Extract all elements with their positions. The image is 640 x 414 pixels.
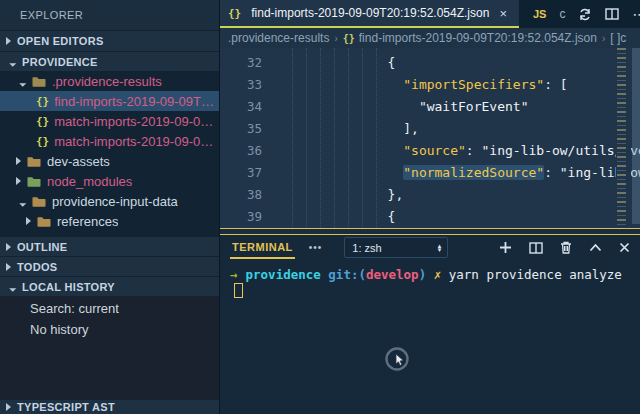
section-label: PROVIDENCE (22, 56, 98, 68)
folder-icon (37, 215, 51, 227)
tree-item-find-imports-2019-09-09t20-[interactable]: {}find-imports-2019-09-09T20... (0, 91, 219, 111)
line-text: "source": "ing-lib-ow/utils/eve (278, 140, 640, 162)
kill-terminal-icon[interactable] (560, 241, 572, 254)
chevron-right-icon (16, 157, 21, 165)
section-typescript-ast[interactable]: TYPESCRIPT AST (0, 399, 219, 414)
prompt-dirty-icon: ✗ (434, 267, 442, 282)
tree-item-match-imports-2019-09-09t-[interactable]: {}match-imports-2019-09-09T... (0, 131, 219, 151)
breadcrumb-file[interactable]: find-imports-2019-09-09T20:19:52.054Z.js… (359, 31, 597, 45)
section-todos[interactable]: TODOS (0, 256, 219, 276)
section-label: OPEN EDITORS (17, 35, 104, 47)
section-label: TODOS (17, 261, 57, 273)
breadcrumb-folder[interactable]: .providence-results (228, 31, 329, 45)
new-terminal-icon[interactable] (499, 241, 512, 254)
minimap[interactable] (616, 48, 631, 228)
maximize-panel-icon[interactable] (589, 243, 602, 252)
sidebar-title: EXPLORER (0, 0, 219, 30)
tree-item-match-imports-2019-09-09t-[interactable]: {}match-imports-2019-09-09T... (0, 111, 219, 131)
local-history-empty: No history (0, 317, 219, 338)
panel-header: TERMINAL ••• 1: zsh ▲▼ (220, 235, 640, 261)
tree-item-references[interactable]: references (0, 211, 219, 231)
section-providence[interactable]: PROVIDENCE (0, 51, 219, 71)
section-label: TYPESCRIPT AST (17, 401, 115, 413)
panel-more-icon[interactable]: ••• (309, 242, 323, 253)
panel-sash[interactable] (220, 228, 640, 235)
chevron-right-icon (6, 403, 11, 411)
tree-item-label: find-imports-2019-09-09T20... (54, 94, 219, 109)
file-tree: .providence-results{}find-imports-2019-0… (0, 71, 219, 236)
tree-item-label: match-imports-2019-09-09T... (54, 114, 219, 129)
json-file-icon: {} (228, 7, 241, 20)
tree-item-label: references (57, 214, 118, 229)
line-text: }, (278, 184, 403, 206)
tab-terminal[interactable]: TERMINAL (230, 236, 295, 259)
tree-item-label: match-imports-2019-09-09T... (54, 134, 219, 149)
code-editor[interactable]: 32 {33 "importSpecifiers": [34 "waitForE… (220, 48, 640, 228)
terminal-content[interactable]: →providence git:(develop) ✗ yarn provide… (220, 261, 640, 414)
chevron-right-icon (6, 263, 11, 271)
prompt-arrow: → (230, 267, 238, 282)
js-runner-icon[interactable]: JS (533, 8, 546, 20)
prompt-git-open: git:( (328, 267, 366, 282)
shell-select-value: 1: zsh (352, 242, 381, 254)
sync-icon[interactable] (578, 8, 592, 21)
local-history-content: Search: current No history (0, 296, 219, 399)
line-text: ], (278, 118, 419, 140)
tab-bar: {} find-imports-2019-09-09T20:19:52.054Z… (220, 0, 640, 28)
line-number: 32 (220, 52, 278, 74)
select-arrows-icon: ▲▼ (436, 244, 442, 252)
line-number: 37 (220, 162, 278, 184)
code-line: 36 "source": "ing-lib-ow/utils/eve (220, 140, 614, 162)
tree-item--providence-results[interactable]: .providence-results (0, 71, 219, 91)
code-line: 38 }, (220, 184, 614, 206)
section-label: OUTLINE (17, 241, 67, 253)
folder-icon (27, 175, 41, 187)
tree-item-label: providence-input-data (52, 194, 178, 209)
breadcrumb-separator: › (602, 33, 605, 44)
code-line: 39 { (220, 206, 614, 228)
section-open-editors[interactable]: OPEN EDITORS (0, 30, 219, 51)
chevron-right-icon (6, 37, 11, 45)
section-local-history[interactable]: LOCAL HISTORY (0, 276, 219, 296)
shell-select[interactable]: 1: zsh ▲▼ (344, 237, 448, 258)
local-history-search: Search: current (0, 296, 219, 317)
tab-close-icon[interactable]: × (497, 6, 509, 21)
split-terminal-icon[interactable] (529, 242, 543, 254)
more-actions-icon[interactable]: ⋯ (632, 6, 640, 22)
tree-item-dev-assets[interactable]: dev-assets (0, 151, 219, 171)
code-line: 35 ], (220, 118, 614, 140)
line-text: { (278, 52, 395, 74)
folder-icon (32, 195, 46, 207)
code-line: 34 "waitForEvent" (220, 96, 614, 118)
split-editor-icon[interactable] (605, 8, 619, 20)
line-text: "waitForEvent" (278, 96, 528, 118)
scrollbar[interactable] (632, 48, 640, 224)
breadcrumb: .providence-results › {} find-imports-20… (220, 28, 640, 48)
tab-title: find-imports-2019-09-09T20:19:52.054Z.js… (251, 6, 489, 20)
chevron-down-icon (6, 56, 17, 67)
line-text: "normalizedSource": "ing-lib-ow (278, 162, 640, 184)
terminal-panel: TERMINAL ••• 1: zsh ▲▼ (220, 235, 640, 414)
json-file-icon: {} (36, 115, 49, 128)
editor-area: {} find-imports-2019-09-09T20:19:52.054Z… (220, 0, 640, 414)
breadcrumb-separator: › (334, 33, 337, 44)
chevron-down-icon (6, 281, 17, 292)
breadcrumb-symbol[interactable]: [ ]c (610, 31, 626, 45)
section-outline[interactable]: OUTLINE (0, 236, 219, 256)
tab-find-imports-json[interactable]: {} find-imports-2019-09-09T20:19:52.054Z… (220, 0, 519, 28)
chevron-right-icon (26, 217, 31, 225)
tree-item-providence-input-data[interactable]: providence-input-data (0, 191, 219, 211)
line-number: 33 (220, 74, 278, 96)
chevron-down-icon (16, 76, 27, 87)
tree-item-node-modules[interactable]: node_modules (0, 171, 219, 191)
editor-actions: JS c ⋯ (533, 0, 640, 28)
json-file-icon: {} (343, 33, 355, 44)
explorer-sidebar: EXPLORER OPEN EDITORS PROVIDENCE .provid… (0, 0, 220, 414)
line-number: 34 (220, 96, 278, 118)
line-number: 39 (220, 206, 278, 228)
chevron-down-icon (16, 196, 27, 207)
close-panel-icon[interactable] (619, 242, 630, 253)
line-number: 35 (220, 118, 278, 140)
prompt-directory: providence (246, 267, 321, 282)
c-action-icon[interactable]: c (559, 7, 565, 21)
